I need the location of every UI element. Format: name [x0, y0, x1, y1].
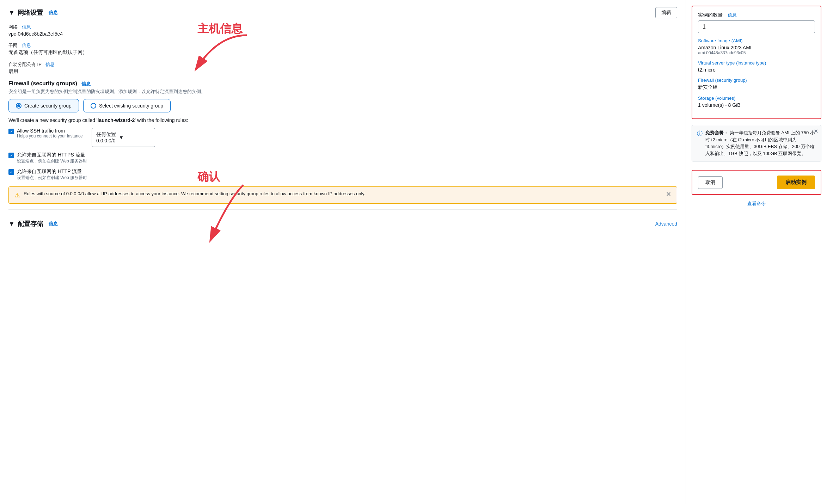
warning-close-button[interactable]: ✕: [666, 191, 671, 197]
config-storage-triangle[interactable]: ▼: [8, 220, 15, 228]
create-security-group-label: Create security group: [24, 103, 72, 109]
ssh-traffic-row: Allow SSH traffic from Helps you connect…: [8, 128, 677, 147]
instance-count-info-link[interactable]: 信息: [728, 12, 737, 18]
http-label: 允许来自互联网的 HTTP 流量: [17, 168, 87, 175]
ssh-source-dropdown[interactable]: 任何位置 0.0.0.0/0 ▼: [92, 128, 155, 147]
http-traffic-row: 允许来自互联网的 HTTP 流量 设置端点，例如在创建 Web 服务器时: [8, 168, 677, 181]
configure-storage-section: ▼ 配置存储 信息 Advanced: [8, 215, 677, 229]
ami-id: ami-00448a337adc93c05: [698, 50, 815, 55]
security-group-warning: ⚠ Rules with source of 0.0.0.0/0 allow a…: [8, 186, 677, 204]
instance-count-label: 实例的数量: [698, 12, 723, 18]
subnet-field: 子网 信息 无首选项（任何可用区的默认子网）: [8, 42, 677, 56]
sg-desc-suffix: ' with the following rules:: [135, 117, 188, 123]
auto-assign-ip-field: 自动分配公有 IP 信息 启用: [8, 61, 677, 75]
network-settings-info-link[interactable]: 信息: [49, 10, 58, 16]
sg-desc-prefix: We'll create a new security group called…: [8, 117, 98, 123]
auto-assign-ip-value: 启用: [8, 68, 677, 75]
https-label: 允许来自互联网的 HTTPS 流量: [17, 152, 87, 158]
subnet-info-link[interactable]: 信息: [22, 43, 31, 48]
free-tier-box: ⓘ 免费套餐： 第一年包括每月免费套餐 AMI 上的 750 小时 t2.mic…: [692, 125, 821, 161]
network-label: 网络: [8, 24, 18, 30]
ami-field: Software Image (AMI) Amazon Linux 2023 A…: [698, 38, 815, 55]
select-radio-icon: [91, 103, 96, 109]
edit-button[interactable]: 编辑: [655, 7, 677, 18]
config-storage-title: 配置存储: [18, 220, 43, 228]
instance-count-input[interactable]: [698, 20, 815, 33]
firewall-summary-label: Firewall (security group): [698, 78, 815, 83]
network-field: 网络 信息 vpc-04d6ec8b2ba3ef5e4: [8, 24, 677, 37]
storage-summary-label: Storage (volumes): [698, 96, 815, 101]
network-info-link[interactable]: 信息: [22, 24, 31, 30]
storage-summary-field: Storage (volumes) 1 volume(s) - 8 GiB: [698, 96, 815, 108]
security-group-radio-group: Create security group Select existing se…: [8, 99, 677, 112]
ssh-label: Allow SSH traffic from: [17, 128, 83, 134]
create-radio-icon: [16, 103, 22, 109]
instance-summary-box: 实例的数量 信息 Software Image (AMI) Amazon Lin…: [692, 6, 821, 119]
subnet-label: 子网: [8, 43, 18, 48]
config-storage-info-link[interactable]: 信息: [49, 221, 58, 227]
firewall-section: Firewall (security groups) 信息 安全组是一组负责为您…: [8, 80, 677, 204]
http-sublabel: 设置端点，例如在创建 Web 服务器时: [17, 175, 87, 181]
auto-assign-ip-info-link[interactable]: 信息: [45, 62, 55, 67]
network-value: vpc-04d6ec8b2ba3ef5e4: [8, 31, 677, 37]
ssh-dropdown-line2: 0.0.0.0/0: [96, 137, 116, 144]
create-security-group-radio[interactable]: Create security group: [8, 99, 79, 112]
ssh-sublabel: Helps you connect to your instance: [17, 134, 83, 139]
https-sublabel: 设置端点，例如在创建 Web 服务器时: [17, 158, 87, 164]
launch-instance-button[interactable]: 启动实例: [777, 176, 815, 189]
ami-label: Software Image (AMI): [698, 38, 815, 43]
sg-name: launch-wizard-2: [98, 117, 135, 123]
action-bar: 取消 启动实例: [692, 170, 821, 195]
advanced-link[interactable]: Advanced: [655, 221, 677, 227]
https-checkbox[interactable]: [8, 153, 14, 158]
select-existing-security-group-radio[interactable]: Select existing security group: [83, 99, 171, 112]
right-sidebar: 实例的数量 信息 Software Image (AMI) Amazon Lin…: [686, 0, 827, 504]
collapse-triangle-icon[interactable]: ▼: [8, 9, 15, 17]
instance-type-label: Virtual server type (instance type): [698, 60, 815, 66]
ami-name-text: Amazon Linux 2023 AMI: [698, 45, 815, 50]
free-tier-info-icon: ⓘ: [697, 130, 703, 137]
free-tier-prefix: 免费套餐：: [705, 130, 728, 135]
firewall-description: 安全组是一组负责为您的实例控制流量的防火墙规则。添加规则，以允许特定流量到达您的…: [8, 88, 677, 95]
network-settings-label: 网络设置: [18, 8, 43, 17]
view-commands-link-container: 查看命令: [692, 201, 821, 207]
warning-icon: ⚠: [14, 191, 20, 199]
ssh-checkbox[interactable]: [8, 129, 14, 134]
new-sg-description: We'll create a new security group called…: [8, 117, 677, 123]
section-divider: [8, 209, 677, 210]
firewall-info-link[interactable]: 信息: [81, 81, 91, 86]
network-settings-header: ▼ 网络设置 信息 编辑: [8, 7, 677, 18]
storage-summary-value: 1 volume(s) - 8 GiB: [698, 102, 815, 108]
warning-text: Rules with source of 0.0.0.0/0 allow all…: [24, 191, 662, 196]
instance-type-value: t2.micro: [698, 67, 815, 73]
free-tier-close-button[interactable]: ✕: [814, 128, 818, 135]
ssh-dropdown-line1: 任何位置: [96, 131, 116, 137]
https-traffic-row: 允许来自互联网的 HTTPS 流量 设置端点，例如在创建 Web 服务器时: [8, 152, 677, 164]
instance-type-field: Virtual server type (instance type) t2.m…: [698, 60, 815, 73]
select-existing-security-group-label: Select existing security group: [99, 103, 163, 109]
cancel-button[interactable]: 取消: [698, 176, 723, 189]
firewall-summary-field: Firewall (security group) 新安全组: [698, 78, 815, 91]
ami-name: Amazon Linux 2023 AMI ami-00448a337adc93…: [698, 45, 815, 55]
auto-assign-ip-label: 自动分配公有 IP: [8, 62, 42, 67]
network-settings-title: ▼ 网络设置 信息: [8, 8, 58, 17]
http-checkbox[interactable]: [8, 169, 14, 175]
subnet-value: 无首选项（任何可用区的默认子网）: [8, 49, 677, 56]
view-commands-link[interactable]: 查看命令: [747, 201, 766, 206]
firewall-summary-value: 新安全组: [698, 84, 815, 91]
dropdown-arrow-icon: ▼: [119, 135, 124, 140]
firewall-title: Firewall (security groups): [8, 80, 77, 86]
